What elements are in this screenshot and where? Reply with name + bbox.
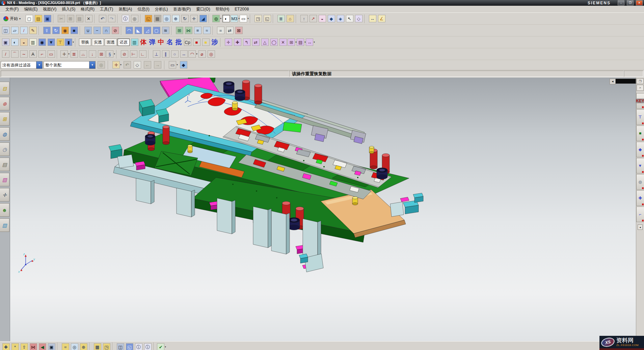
radius-dimension-button[interactable]: ◠▾ <box>188 50 197 59</box>
body-select-button[interactable]: 体 <box>139 38 148 47</box>
palette-list-tab[interactable]: ▤ <box>0 158 9 171</box>
edit-object-display-button[interactable]: ▣ <box>1 38 10 47</box>
pattern-curve-button[interactable]: ⊞ <box>97 50 106 59</box>
diameter-dimension-button[interactable]: ⌀ <box>197 50 207 59</box>
draft-button[interactable]: ◿ <box>143 26 152 35</box>
show-all-button[interactable]: ▥ <box>28 38 37 47</box>
machinery-tools-tab[interactable]: ✛ <box>0 188 9 201</box>
perimeter-dimension-button[interactable]: ◎ <box>207 50 216 59</box>
datum-plane-button[interactable]: ▱ <box>10 26 19 35</box>
move-component-button[interactable]: ✛ <box>224 38 233 47</box>
assembly-constraints-button[interactable]: ◀ <box>38 342 47 350</box>
zoom-window-button[interactable]: ◎ <box>162 14 171 23</box>
delete-button[interactable]: ✕ <box>84 14 93 23</box>
selection-filter-combo[interactable]: 没有选择过滤器 ▼ <box>1 61 43 69</box>
rotate-view-button[interactable]: ↻ <box>180 14 189 23</box>
scroll-left-icon[interactable]: ◄ <box>610 79 616 84</box>
edge-blend-button[interactable]: ◠ <box>125 26 134 35</box>
restore-display-button[interactable]: 还原 <box>117 38 130 46</box>
measure-angle-button[interactable]: ∠ <box>377 14 386 23</box>
menu-item-9[interactable]: 首选项(P) <box>170 6 193 13</box>
replace-display-button[interactable]: 替换 <box>79 38 91 46</box>
fit-view-button[interactable]: ◱ <box>144 14 153 23</box>
menu-item-6[interactable]: 装配(A) <box>116 6 135 13</box>
quick-extend-button[interactable]: ⊢ <box>129 50 138 59</box>
pan-view-button[interactable]: ✛ <box>189 14 198 23</box>
start-menu-button[interactable]: 开始 ▾ <box>1 15 23 23</box>
datum-axis-button[interactable]: / <box>19 26 28 35</box>
new-window-button[interactable]: ◱ <box>263 14 272 23</box>
relations-browser-button[interactable]: ⓘ <box>143 342 152 350</box>
spring-tool-button[interactable]: 弹 <box>148 38 157 47</box>
mirror-feature-button[interactable]: ⋈ <box>184 26 193 35</box>
move-object-button[interactable]: ⇄ <box>225 26 234 35</box>
menu-item-4[interactable]: 格式(R) <box>78 6 97 13</box>
menu-item-2[interactable]: 视图(V) <box>40 6 59 13</box>
extrude-button[interactable]: ⇧ <box>42 26 51 35</box>
library-punch-part-button[interactable]: ⊤ <box>636 109 644 125</box>
window-display-button[interactable]: ◳ <box>253 14 263 23</box>
batch-tool-button[interactable]: 批 <box>174 38 183 47</box>
sequence-button[interactable]: ◳ <box>102 342 111 350</box>
quick-pick-button[interactable]: ◇ <box>354 14 363 23</box>
viewport-scrollbar[interactable]: ◄ <box>610 79 636 84</box>
display-mode-button[interactable]: ◫ <box>1 26 10 35</box>
solid-select-button[interactable]: ◆ <box>179 60 188 70</box>
gallery-tab[interactable]: ▨ <box>0 218 9 232</box>
library-block-part-button[interactable]: ◆ <box>636 142 644 157</box>
solid-translucency-button[interactable]: 实透 <box>92 38 104 46</box>
interpart-link-info-button[interactable]: ⓘ <box>134 342 143 350</box>
save-button[interactable]: ▣ <box>43 14 52 23</box>
3d-die-assembly-model[interactable]: z z y x <box>10 78 636 341</box>
text-tool-button[interactable]: A <box>28 50 37 59</box>
yellow-solid-button[interactable]: ■ <box>201 38 210 47</box>
dimension-button[interactable]: ↔ <box>179 50 188 59</box>
library-sleeve-part-button[interactable]: ◍ <box>636 174 644 190</box>
close-button[interactable]: ✕ <box>636 0 643 5</box>
datum-csys-button[interactable]: ↑ <box>299 14 308 23</box>
paste-button[interactable]: ▤ <box>75 14 84 23</box>
open-component-button[interactable]: ⊕ <box>79 342 88 350</box>
information-button[interactable]: ⓘ <box>121 14 130 23</box>
press-block-button[interactable]: ▼ <box>47 38 56 47</box>
replace-component-button[interactable]: ⇄ <box>251 38 260 47</box>
face-translucency-button[interactable]: 面透 <box>105 38 117 46</box>
menu-item-7[interactable]: 信息(I) <box>135 6 152 13</box>
reuse-library-button[interactable]: ≣ <box>276 14 286 23</box>
shaded-display-button[interactable]: ◐ <box>221 14 231 23</box>
menu-item-10[interactable]: 窗口(O) <box>193 6 213 13</box>
remember-constraints-button[interactable]: ▣ <box>47 342 56 350</box>
parallel-constraint-button[interactable]: ∥ <box>161 50 170 59</box>
block-button[interactable]: ■ <box>70 26 79 35</box>
assembly-arrangements-button[interactable]: ◱ <box>125 342 134 350</box>
hole-series-button[interactable]: ◉ <box>37 38 47 47</box>
point-tool-button[interactable]: ✛▾ <box>60 50 70 59</box>
chamfer-button[interactable]: ◣ <box>134 26 143 35</box>
copy-button[interactable]: ⊞ <box>66 14 75 23</box>
snap-settings-button[interactable]: ✛▾ <box>112 60 122 70</box>
revolve-button[interactable]: ↻ <box>51 26 60 35</box>
view-m3-button[interactable]: M3▾ <box>231 14 240 23</box>
find-button[interactable]: ◎ <box>130 14 139 23</box>
offset-curve-button[interactable]: ≣ <box>70 50 79 59</box>
clip-section-button[interactable]: ▭▾ <box>240 14 249 23</box>
chevron-down-icon[interactable]: ▼ <box>89 61 95 69</box>
visualization-tab[interactable]: ▧ <box>0 173 9 186</box>
history-tab[interactable]: ◷ <box>0 142 9 156</box>
sketch-button[interactable]: ✎ <box>28 26 37 35</box>
clamp-button[interactable]: ⊤ <box>56 38 65 47</box>
roles-tab[interactable]: ☻ <box>0 203 9 217</box>
menu-item-0[interactable]: 文件(F) <box>3 6 21 13</box>
menu-item-3[interactable]: 插入(S) <box>59 6 78 13</box>
component-measure-button[interactable]: ↔▾ <box>306 38 315 47</box>
library-plate-part-button[interactable]: ▼ <box>636 158 644 173</box>
object-palette-button[interactable]: ◒ <box>318 14 327 23</box>
restore-button[interactable]: ❐ <box>627 0 634 5</box>
move-component-button[interactable]: ⇧ <box>20 342 29 350</box>
show-product-outline-button[interactable]: ▦ <box>93 342 102 350</box>
viewport-maximize-icon[interactable]: ❐ <box>637 78 644 84</box>
menu-item-5[interactable]: 工具(T) <box>97 6 116 13</box>
spline-tool-button[interactable]: ∼ <box>19 50 28 59</box>
library-cross-part-button[interactable]: ✚ <box>636 190 644 206</box>
wireframe-pick-button[interactable]: ◇ <box>133 60 142 70</box>
